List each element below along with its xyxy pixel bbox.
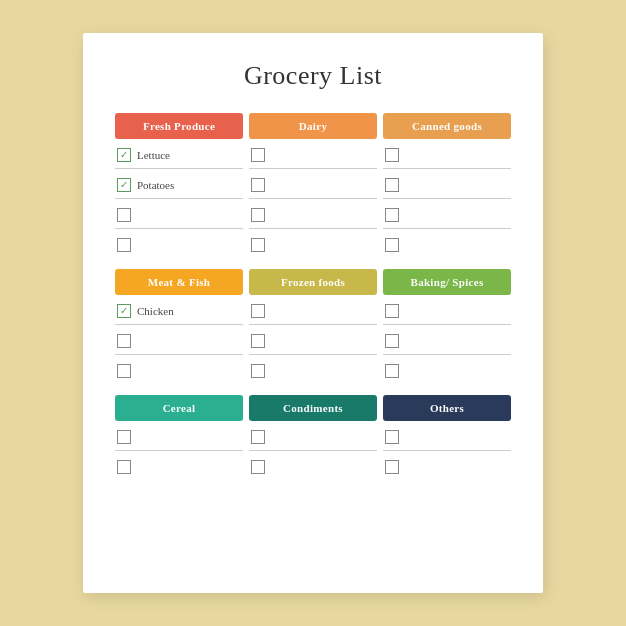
column-3-3 xyxy=(383,421,511,481)
list-item[interactable] xyxy=(115,451,243,481)
checkbox[interactable] xyxy=(385,304,399,318)
column-3-1 xyxy=(115,421,243,481)
list-item[interactable] xyxy=(249,229,377,259)
list-item[interactable] xyxy=(115,199,243,229)
column-3-2 xyxy=(249,421,377,481)
checkbox[interactable] xyxy=(251,208,265,222)
checkbox[interactable] xyxy=(385,364,399,378)
list-item[interactable] xyxy=(383,451,511,481)
checkbox[interactable]: ✓ xyxy=(117,148,131,162)
list-item[interactable] xyxy=(383,229,511,259)
header-cereal: Cereal xyxy=(115,395,243,421)
header-condiments: Condiments xyxy=(249,395,377,421)
column-2-3 xyxy=(383,295,511,385)
list-item[interactable]: ✓Potatoes xyxy=(115,169,243,199)
list-item[interactable] xyxy=(383,169,511,199)
checkbox[interactable] xyxy=(251,334,265,348)
header-fresh-produce: Fresh Produce xyxy=(115,113,243,139)
list-item[interactable] xyxy=(115,229,243,259)
checkbox[interactable] xyxy=(117,334,131,348)
list-item[interactable] xyxy=(383,355,511,385)
list-item[interactable] xyxy=(383,421,511,451)
list-item[interactable] xyxy=(249,295,377,325)
checkbox[interactable] xyxy=(251,238,265,252)
section-1: Fresh ProduceDairyCanned goods✓Lettuce✓P… xyxy=(115,113,511,259)
column-1-2 xyxy=(249,139,377,259)
section-3: CerealCondimentsOthers xyxy=(115,395,511,481)
checkmark-icon: ✓ xyxy=(120,180,128,190)
column-2-1: ✓Chicken xyxy=(115,295,243,385)
checkbox[interactable] xyxy=(251,304,265,318)
list-item[interactable] xyxy=(115,325,243,355)
item-label: Potatoes xyxy=(137,179,174,191)
checkbox[interactable] xyxy=(117,460,131,474)
checkbox[interactable] xyxy=(117,364,131,378)
list-item[interactable] xyxy=(383,139,511,169)
list-item[interactable] xyxy=(383,199,511,229)
checkbox[interactable] xyxy=(385,430,399,444)
item-label: Lettuce xyxy=(137,149,170,161)
header-canned-goods: Canned goods xyxy=(383,113,511,139)
header-meat---fish: Meat & Fish xyxy=(115,269,243,295)
checkbox[interactable] xyxy=(117,430,131,444)
checkmark-icon: ✓ xyxy=(120,150,128,160)
header-frozen-foods: Frozen foods xyxy=(249,269,377,295)
checkbox[interactable] xyxy=(385,208,399,222)
checkbox[interactable] xyxy=(385,148,399,162)
column-2-2 xyxy=(249,295,377,385)
list-item[interactable] xyxy=(249,139,377,169)
checkbox[interactable] xyxy=(251,430,265,444)
checkbox[interactable] xyxy=(385,238,399,252)
item-label: Chicken xyxy=(137,305,174,317)
checkbox[interactable] xyxy=(117,208,131,222)
list-item[interactable] xyxy=(115,421,243,451)
list-item[interactable] xyxy=(249,169,377,199)
list-item[interactable] xyxy=(383,325,511,355)
checkbox[interactable] xyxy=(385,334,399,348)
list-item[interactable] xyxy=(249,199,377,229)
list-item[interactable] xyxy=(249,451,377,481)
header-others: Others xyxy=(383,395,511,421)
list-item[interactable]: ✓Chicken xyxy=(115,295,243,325)
list-item[interactable] xyxy=(115,355,243,385)
checkbox[interactable] xyxy=(251,148,265,162)
checkbox[interactable] xyxy=(251,364,265,378)
checkbox[interactable] xyxy=(385,460,399,474)
section-2: Meat & FishFrozen foodsBaking/ Spices✓Ch… xyxy=(115,269,511,385)
header-dairy: Dairy xyxy=(249,113,377,139)
checkbox[interactable] xyxy=(385,178,399,192)
checkbox[interactable]: ✓ xyxy=(117,304,131,318)
checkmark-icon: ✓ xyxy=(120,306,128,316)
list-item[interactable] xyxy=(383,295,511,325)
paper: Grocery List Fresh ProduceDairyCanned go… xyxy=(83,33,543,593)
list-item[interactable] xyxy=(249,421,377,451)
column-1-1: ✓Lettuce✓Potatoes xyxy=(115,139,243,259)
checkbox[interactable]: ✓ xyxy=(117,178,131,192)
column-1-3 xyxy=(383,139,511,259)
checkbox[interactable] xyxy=(251,178,265,192)
list-item[interactable] xyxy=(249,355,377,385)
checkbox[interactable] xyxy=(117,238,131,252)
header-baking--spices: Baking/ Spices xyxy=(383,269,511,295)
checkbox[interactable] xyxy=(251,460,265,474)
list-item[interactable] xyxy=(249,325,377,355)
list-item[interactable]: ✓Lettuce xyxy=(115,139,243,169)
page-title: Grocery List xyxy=(115,61,511,91)
